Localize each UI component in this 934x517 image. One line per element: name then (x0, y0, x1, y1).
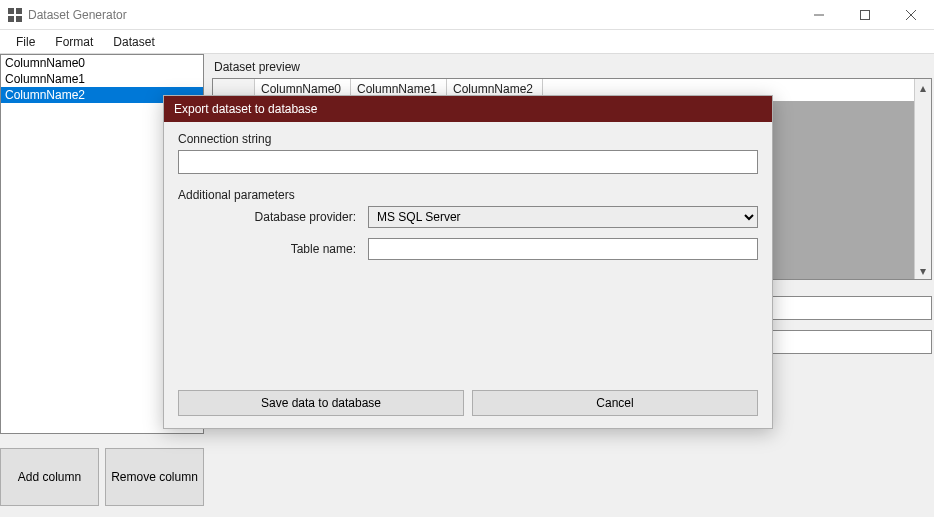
connection-string-label: Connection string (178, 132, 758, 146)
save-button[interactable]: Save data to database (178, 390, 464, 416)
table-name-input[interactable] (368, 238, 758, 260)
svg-rect-0 (8, 8, 14, 14)
list-item[interactable]: ColumnName1 (1, 71, 203, 87)
database-provider-select[interactable]: MS SQL Server (368, 206, 758, 228)
svg-rect-1 (16, 8, 22, 14)
remove-column-button[interactable]: Remove column (105, 448, 204, 506)
app-icon (8, 8, 22, 22)
menu-dataset[interactable]: Dataset (103, 31, 164, 53)
connection-string-input[interactable] (178, 150, 758, 174)
menu-format[interactable]: Format (45, 31, 103, 53)
aux-input-1[interactable] (772, 296, 932, 320)
export-dialog: Export dataset to database Connection st… (163, 95, 773, 429)
svg-rect-2 (8, 16, 14, 22)
dialog-body: Connection string Additional parameters … (164, 122, 772, 390)
scroll-down-icon[interactable]: ▾ (915, 262, 931, 279)
grid-scrollbar[interactable]: ▴ ▾ (914, 79, 931, 279)
scroll-up-icon[interactable]: ▴ (915, 79, 931, 96)
titlebar: Dataset Generator (0, 0, 934, 30)
dialog-title: Export dataset to database (164, 96, 772, 122)
database-provider-label: Database provider: (178, 210, 368, 224)
menubar: File Format Dataset (0, 30, 934, 54)
window-controls (796, 0, 934, 30)
add-column-button[interactable]: Add column (0, 448, 99, 506)
dialog-buttons: Save data to database Cancel (164, 390, 772, 428)
aux-input-2[interactable] (772, 330, 932, 354)
list-item[interactable]: ColumnName0 (1, 55, 203, 71)
maximize-button[interactable] (842, 0, 888, 30)
window-title: Dataset Generator (28, 8, 796, 22)
svg-rect-5 (861, 10, 870, 19)
close-button[interactable] (888, 0, 934, 30)
cancel-button[interactable]: Cancel (472, 390, 758, 416)
svg-rect-3 (16, 16, 22, 22)
table-name-label: Table name: (178, 242, 368, 256)
column-buttons: Add column Remove column (0, 448, 208, 506)
additional-params-label: Additional parameters (178, 188, 758, 202)
menu-file[interactable]: File (6, 31, 45, 53)
preview-label: Dataset preview (212, 58, 932, 78)
minimize-button[interactable] (796, 0, 842, 30)
